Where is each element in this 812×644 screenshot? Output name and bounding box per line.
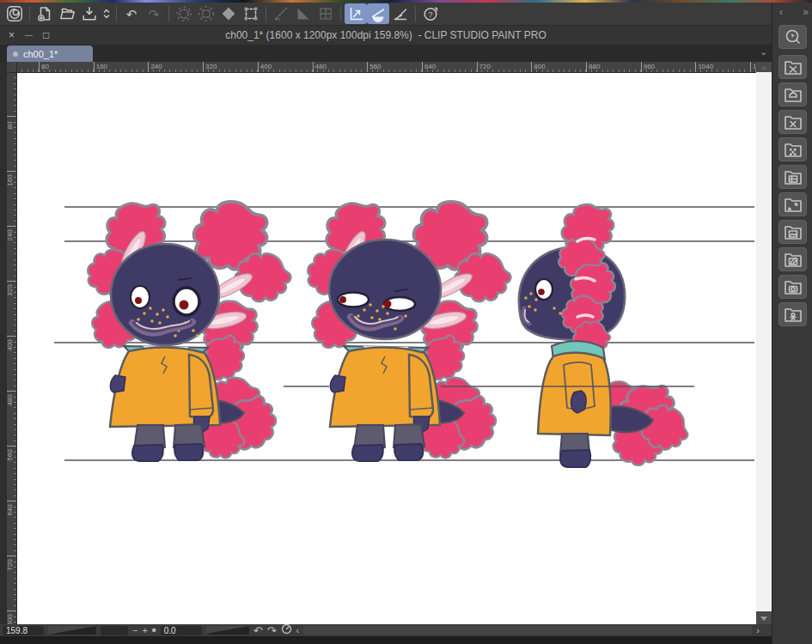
hscroll-left-arrow-icon[interactable]: ‹ bbox=[296, 626, 300, 635]
close-window-button[interactable]: × bbox=[9, 29, 15, 41]
drawing-canvas[interactable] bbox=[17, 73, 756, 624]
svg-text:?: ? bbox=[428, 9, 432, 19]
scroll-up-arrow-icon[interactable] bbox=[760, 65, 767, 70]
palette-navigator-button[interactable] bbox=[778, 192, 807, 216]
palette-tool-button[interactable] bbox=[778, 55, 807, 79]
rotation-value-field[interactable]: 0.0 bbox=[161, 626, 202, 635]
perspective-ruler-button[interactable] bbox=[389, 3, 412, 24]
dock-expand-icon[interactable]: » bbox=[803, 6, 809, 18]
ruler-horizontal: 8016024032040048056064072080088096010401… bbox=[17, 62, 756, 73]
ruler-vertical: 80160240320400480560640720800 bbox=[7, 73, 17, 624]
document-tab-bar: ch00_1* ⌄ bbox=[0, 45, 772, 62]
zoom-in-button[interactable]: + bbox=[142, 626, 147, 635]
toolbar-separator bbox=[29, 6, 30, 21]
character-three-quarter-view bbox=[302, 194, 518, 468]
open-file-button[interactable] bbox=[56, 3, 78, 24]
vertical-scrollbar[interactable] bbox=[756, 62, 772, 624]
command-bar: ↶ ↷ ? bbox=[0, 3, 772, 26]
new-file-button[interactable] bbox=[34, 3, 56, 24]
toolbar-separator bbox=[340, 6, 341, 21]
document-tab[interactable]: ch00_1* bbox=[7, 46, 93, 62]
palette-material-button[interactable] bbox=[778, 275, 807, 299]
status-bar: 159.8 − + ■ 0.0 ↶ ↷ ‹ › bbox=[0, 624, 772, 636]
palette-layer-button[interactable] bbox=[778, 220, 807, 244]
title-bar: ch00_1* (1600 x 1200px 100dpi 159.8%) - … bbox=[0, 26, 772, 45]
save-file-button[interactable] bbox=[78, 3, 101, 24]
toolbar-separator bbox=[116, 6, 117, 21]
toolbar-separator bbox=[266, 6, 266, 21]
reselect-button[interactable] bbox=[195, 3, 217, 24]
palette-sub-tool-button[interactable] bbox=[778, 82, 807, 106]
snap-to-special-ruler-button[interactable] bbox=[292, 3, 314, 24]
ruler-corner-box bbox=[7, 62, 17, 73]
clip-studio-logo-icon[interactable] bbox=[3, 3, 26, 24]
toolbar-separator bbox=[415, 6, 416, 21]
snap-to-grid-button[interactable] bbox=[314, 3, 337, 24]
palette-brush-size-button[interactable] bbox=[778, 137, 807, 161]
snap-angle-button[interactable] bbox=[345, 3, 367, 24]
vertical-scrollbar-thumb[interactable] bbox=[756, 72, 772, 611]
redo-button[interactable]: ↷ bbox=[143, 3, 165, 24]
character-side-view bbox=[519, 204, 694, 474]
horizontal-scrollbar[interactable] bbox=[303, 626, 752, 635]
toolbar-separator bbox=[168, 6, 169, 21]
deselect-button[interactable] bbox=[173, 3, 195, 24]
tab-modified-dot bbox=[13, 52, 18, 57]
snap-curve-button[interactable] bbox=[367, 3, 389, 24]
palette-pose-button[interactable] bbox=[778, 302, 807, 326]
dock-header: ‹ » bbox=[779, 6, 809, 18]
zoom-bar-extra[interactable] bbox=[101, 626, 128, 635]
zoom-out-button[interactable]: − bbox=[132, 626, 137, 635]
window-title: ch00_1* (1600 x 1200px 100dpi 159.8%) - … bbox=[0, 26, 772, 45]
palette-layer-property-button[interactable] bbox=[778, 247, 807, 271]
dock-collapse-icon[interactable]: ‹ bbox=[779, 6, 783, 18]
hscroll-right-arrow-icon[interactable]: › bbox=[756, 626, 760, 635]
tab-overflow-chevron-icon[interactable]: ⌄ bbox=[760, 46, 767, 58]
palette-quick-access-button[interactable] bbox=[778, 25, 807, 49]
zoom-slider[interactable] bbox=[48, 626, 96, 635]
palette-color-set-button[interactable] bbox=[778, 165, 807, 189]
undo-button[interactable]: ↶ bbox=[120, 3, 143, 24]
bottom-edge-strip bbox=[0, 636, 772, 644]
snap-to-ruler-button[interactable] bbox=[270, 3, 292, 24]
tab-label: ch00_1* bbox=[23, 49, 58, 59]
rotation-slider[interactable] bbox=[206, 626, 249, 635]
save-options-chevron[interactable] bbox=[101, 3, 113, 24]
help-button[interactable]: ? bbox=[419, 3, 442, 24]
zoom-value-field[interactable]: 159.8 bbox=[3, 626, 44, 635]
scroll-down-arrow-icon[interactable] bbox=[760, 617, 767, 621]
maximize-window-button[interactable]: □ bbox=[43, 29, 49, 41]
palette-dock: ‹ » bbox=[772, 3, 812, 644]
character-front-view bbox=[82, 194, 298, 468]
rotate-cw-button[interactable]: ↷ bbox=[267, 625, 277, 636]
transform-button[interactable] bbox=[240, 3, 262, 24]
minimize-window-button[interactable]: — bbox=[25, 31, 33, 39]
left-edge-strip bbox=[0, 62, 7, 624]
invert-selection-button[interactable] bbox=[217, 3, 240, 24]
fit-to-window-button[interactable]: ■ bbox=[152, 627, 156, 634]
window-controls: × — □ bbox=[9, 26, 49, 45]
palette-tool-property-button[interactable] bbox=[778, 110, 807, 134]
rotate-ccw-button[interactable]: ↶ bbox=[253, 625, 263, 636]
